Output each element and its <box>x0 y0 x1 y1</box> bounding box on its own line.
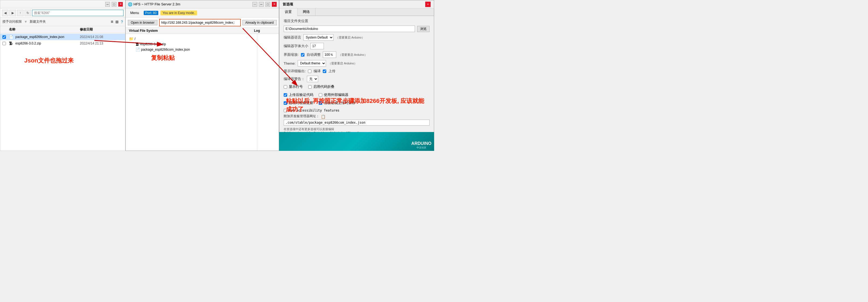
arduino-logo: ARDUINO 中文社区 <box>411 141 431 149</box>
hfs-tree-children: 🗜 esp8266-3.0.2.zip 📄 package_esp8266com… <box>134 41 255 52</box>
fe-filename-1: package_esp8266com_index.json <box>16 35 80 39</box>
hfs-url-bar: Open in browser Already in clipboard <box>126 18 279 28</box>
ap-theme-select[interactable]: Default theme <box>298 60 326 67</box>
ap-font-size-input[interactable] <box>310 43 324 49</box>
ap-content: 项目文件夹位置 浏览 编辑器语言 System Default （需要重启 Ar… <box>279 16 434 139</box>
hfs-log-panel <box>257 34 279 150</box>
ap-verify-row: 编译器警告： 无 <box>284 76 430 82</box>
ap-editor-lang-note: （需要重启 Arduino） <box>336 36 365 40</box>
tab-settings[interactable]: 设置 <box>279 8 298 16</box>
ap-editor-lang-label: 编辑器语言 <box>284 35 301 40</box>
hfs-maximize-btn[interactable]: □ <box>265 2 270 7</box>
fe-up-btn[interactable]: ↑ <box>17 10 24 16</box>
hfs-close-btn[interactable]: ✕ <box>272 2 277 7</box>
fe-forward-btn[interactable]: ▶ <box>9 10 16 16</box>
ap-font-size-row: 编辑器字体大小 <box>284 43 430 49</box>
hfs-tree-json: package_esp8266com_index.json <box>141 48 190 52</box>
ap-code-folding-checkbox[interactable] <box>308 85 312 89</box>
fe-permissions-btn[interactable]: 授予访问权限 <box>2 20 22 24</box>
file-explorer-titlebar: ─ □ ✕ <box>0 0 125 8</box>
ap-edit-hint: 在首选项中还有更多选项可以直接编辑 <box>284 127 430 131</box>
fe-file-checkbox-1[interactable] <box>2 35 9 39</box>
fe-new-folder-btn[interactable]: 新建文件夹 <box>30 20 46 24</box>
hfs-minimize-btn[interactable]: ─ <box>259 2 264 7</box>
fe-refresh-btn[interactable]: ↻ <box>25 10 31 16</box>
ap-check-updates-checkbox[interactable] <box>284 101 287 105</box>
ap-external-editor-label: 使用外部编辑器 <box>324 92 348 97</box>
arduino-banner: ARDUINO 中文社区 <box>279 132 434 151</box>
fe-view-icon-btn[interactable]: ⊞ <box>116 20 119 24</box>
ap-theme-note: （需要重启 Arduino） <box>328 61 357 65</box>
hfs-port-badge: Port: 80 <box>144 11 158 15</box>
hfs-window: 🌐 HFS ~ HTTP File Server 2.3m ··· ─ □ ✕ … <box>125 0 279 151</box>
fe-filedate-2: 2022/4/14 21:13 <box>80 41 123 45</box>
ap-show-line-numbers-label: 显示行号 <box>289 84 303 89</box>
fe-name-col[interactable]: 名称 <box>9 27 80 32</box>
fe-back-btn[interactable]: ◀ <box>2 10 8 16</box>
ap-board-manager-icon[interactable]: 📋 <box>321 114 326 119</box>
ap-verbose-compile-checkbox[interactable] <box>308 69 311 73</box>
hfs-tree-root[interactable]: 📁 / <box>128 36 255 41</box>
ap-close-btn[interactable]: × <box>425 2 431 7</box>
ap-autoscale-checkbox[interactable] <box>301 53 304 57</box>
fe-view-list-btn[interactable]: ≡ <box>111 20 113 24</box>
hfs-title-text: HFS ~ HTTP File Server 2.3m <box>133 2 180 6</box>
ap-scale-pct-input[interactable] <box>323 52 336 58</box>
fe-filename-2: esp8266-3.0.2.zip <box>16 41 80 45</box>
fe-maximize-btn[interactable]: □ <box>112 2 117 7</box>
fe-close-btn[interactable]: ✕ <box>118 2 123 7</box>
hfs-url-input[interactable] <box>159 19 241 26</box>
ap-save-on-verify-checkbox[interactable] <box>319 101 322 105</box>
ap-external-editor-checkbox[interactable] <box>319 93 322 97</box>
ap-verify-code-checkbox[interactable] <box>284 93 287 97</box>
ap-project-dir-input[interactable] <box>284 26 415 32</box>
fe-search-input[interactable] <box>32 10 124 16</box>
list-item[interactable]: 🗜 esp8266-3.0.2.zip <box>134 41 255 47</box>
ap-theme-row: Theme: Default theme （需要重启 Arduino） <box>284 60 430 67</box>
ap-editor-lang-select[interactable]: System Default <box>303 34 334 41</box>
ap-accessibility-checkbox[interactable] <box>284 109 287 112</box>
ap-autoscale-label: 自动调整 <box>307 52 320 57</box>
ap-project-dir-label: 项目文件夹位置 <box>284 19 308 24</box>
ap-tabs: 设置 网络 <box>279 8 434 16</box>
table-row[interactable]: 📄 package_esp8266com_index.json 2022/4/1… <box>0 34 125 40</box>
ap-editor-lang-row: 编辑器语言 System Default （需要重启 Arduino） <box>284 34 430 41</box>
table-row[interactable]: 🗜 esp8266-3.0.2.zip 2022/4/14 21:13 <box>0 40 125 46</box>
ap-save-on-verify-label: 当验证或上传时保存 <box>324 100 355 105</box>
ap-verbose-upload-label: 上传 <box>329 69 336 73</box>
hfs-mode-badge: You are in Easy mode. <box>160 10 197 15</box>
hfs-menu-menu[interactable]: Menu <box>128 10 142 15</box>
ap-verbose-compile-label: 编译 <box>314 69 320 73</box>
fe-col-header: 名称 修改日期 <box>0 26 125 33</box>
ap-show-line-numbers-row: 显示行号 <box>284 84 303 89</box>
ap-code-folding-row: 启用代码折叠 <box>308 84 334 89</box>
list-item[interactable]: 📄 package_esp8266com_index.json <box>134 47 255 52</box>
hfs-open-browser-btn[interactable]: Open in browser <box>128 20 157 25</box>
ap-accessibility-label: Use accessibility features <box>289 108 340 112</box>
fe-file-list: 📄 package_esp8266com_index.json 2022/4/1… <box>0 33 125 150</box>
fe-file-checkbox-2[interactable] <box>2 42 9 45</box>
hfs-title-controls: ··· ─ □ ✕ <box>252 2 277 7</box>
ap-external-editor-row: 使用外部编辑器 <box>319 92 348 97</box>
tab-network[interactable]: 网络 <box>298 8 315 15</box>
ap-verbose-upload-checkbox[interactable] <box>323 69 326 73</box>
hfs-tree-root-label: / <box>134 37 135 41</box>
fe-minimize-btn[interactable]: ─ <box>105 2 110 7</box>
ap-titlebar: 首选项 × <box>279 0 434 8</box>
zip-file-icon: 🗜 <box>135 42 139 46</box>
hfs-vfs-header: Virtual File System <box>129 29 254 33</box>
fe-help-btn[interactable]: ? <box>121 20 123 24</box>
ap-verify-label: 编译器警告： <box>284 76 305 81</box>
hfs-ellipsis-btn[interactable]: ··· <box>252 2 257 7</box>
ap-board-manager-url-input[interactable] <box>284 120 430 126</box>
ap-verify-select[interactable]: 无 <box>307 76 318 82</box>
hfs-clipboard-btn[interactable]: Already in clipboard <box>242 20 277 25</box>
ap-theme-label: Theme: <box>284 61 296 65</box>
ap-show-line-numbers-checkbox[interactable] <box>284 85 287 89</box>
fe-check-col <box>2 27 9 32</box>
ap-board-manager-row: 附加开发板管理器网址： 📋 <box>284 114 430 126</box>
ap-browse-btn[interactable]: 浏览 <box>417 26 430 32</box>
json-icon: 📄 <box>9 35 14 39</box>
hfs-content: 📁 / 🗜 esp8266-3.0.2.zip 📄 package_esp826… <box>126 34 279 150</box>
fe-date-col[interactable]: 修改日期 <box>80 27 123 32</box>
